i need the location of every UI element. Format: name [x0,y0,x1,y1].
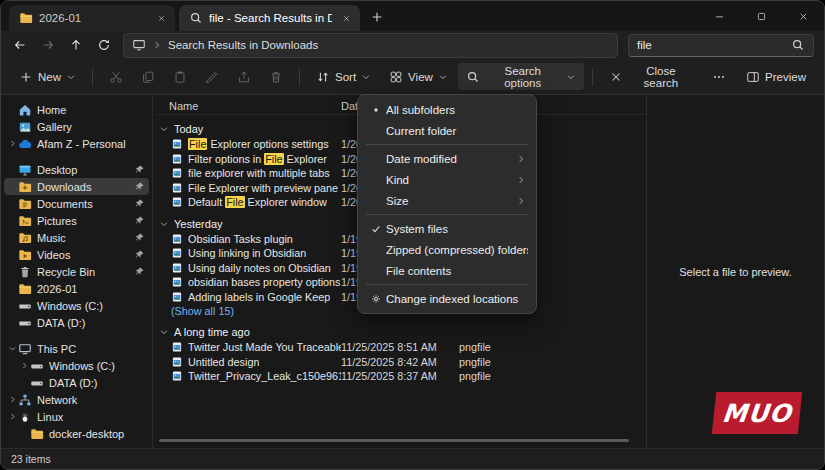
rename-button[interactable] [197,63,227,90]
chevron-right-icon[interactable] [6,138,18,150]
file-name-cell: Twitter Just Made You Traceable — Even I… [157,341,341,353]
desktop-icon [18,163,32,177]
tab-file-search-results-in-downl[interactable]: file - Search Results in Downl [179,5,360,31]
sidebar-item-this-pc[interactable]: This PC [4,340,149,357]
sidebar-item-label: Windows (C:) [49,360,147,372]
sidebar-item-windows-c[interactable]: Windows (C:) [4,357,149,374]
group-header-a-long-time-ago[interactable]: A long time ago [157,324,646,340]
sidebar-item-network[interactable]: Network [4,391,149,408]
menu-item-label: System files [386,223,528,235]
new-tab-button[interactable] [364,5,390,29]
view-button[interactable]: View [381,63,456,90]
sidebar-item-music[interactable]: Music [4,229,149,246]
menu-item-change-indexed-locations[interactable]: Change indexed locations [362,288,532,309]
chevron-right-icon[interactable] [6,411,18,423]
maximize-button[interactable] [740,1,782,31]
sort-button-label: Sort [335,71,356,83]
file-explorer-window: 2026-01file - Search Results in Downl Se… [0,0,825,470]
menu-item-label: Date modified [386,153,514,165]
menu-item-size[interactable]: Size [362,190,532,211]
tab-2026-01[interactable]: 2026-01 [9,5,175,31]
address-bar[interactable]: Search Results in Downloads [123,33,618,58]
chevron-down-icon [159,124,169,134]
paste-icon [173,70,187,84]
minimize-button[interactable] [698,1,740,31]
sort-button[interactable]: Sort [308,63,379,90]
more-options-button[interactable] [704,63,734,90]
sidebar-item-linux[interactable]: Linux [4,408,149,425]
back-button[interactable] [7,33,33,57]
chevron-spacer [6,104,18,116]
sidebar-item-label: Gallery [37,121,147,133]
sidebar-item-documents[interactable]: Documents [4,195,149,212]
chevron-right-icon[interactable] [18,360,30,372]
menu-item-system-files[interactable]: System files [362,218,532,239]
preview-pane: Select a file to preview. MUO [646,95,824,448]
menu-item-current-folder[interactable]: Current folder [362,120,532,141]
sidebar-item-label: docker-desktop [49,428,147,440]
menu-item-date-modified[interactable]: Date modified [362,148,532,169]
image-file-icon [171,153,183,165]
sidebar-item-docker-desktop[interactable]: docker-desktop [4,425,149,442]
horizontal-scrollbar[interactable] [159,439,629,442]
new-button[interactable]: New [11,63,84,90]
check-icon [366,222,386,236]
sidebar-item-label: Downloads [37,181,134,193]
chevron-down-icon[interactable] [6,343,18,355]
new-button-label: New [38,71,61,83]
pin-icon [134,249,145,260]
close-search-button[interactable]: Close search [601,63,702,90]
sidebar-item-gallery[interactable]: Gallery [4,118,149,135]
up-button[interactable] [63,33,89,57]
file-row[interactable]: Untitled design11/25/2025 8:42 AMpngfile [157,355,646,370]
sidebar-item-home[interactable]: Home [4,101,149,118]
tab-close-button[interactable] [153,10,169,26]
sidebar-item-label: Pictures [37,215,134,227]
close-button[interactable] [782,1,824,31]
image-file-icon [171,182,183,194]
share-button[interactable] [229,63,259,90]
close-icon [796,9,810,23]
file-row[interactable]: Twitter Just Made You Traceable — Even I… [157,340,646,355]
sidebar-item-downloads[interactable]: Downloads [4,178,149,195]
status-bar: 23 items [1,448,824,469]
column-header-name[interactable]: Name [157,100,341,112]
file-name-text: file explorer with multiple tabs [188,167,330,179]
refresh-button[interactable] [91,33,117,57]
file-type: pngfile [459,341,529,353]
sidebar-item-data-d[interactable]: DATA (D:) [4,314,149,331]
sidebar-item-windows-c[interactable]: Windows (C:) [4,297,149,314]
folder-icon [18,282,32,296]
file-name-cell: Untitled design [157,356,341,368]
maximize-icon [754,9,768,23]
file-name-cell: Obsidian Tasks plugin [157,233,341,245]
copy-button[interactable] [133,63,163,90]
tab-close-button[interactable] [338,10,354,26]
sidebar-item-2026-01[interactable]: 2026-01 [4,280,149,297]
menu-item-all-subfolders[interactable]: All subfolders [362,99,532,120]
sidebar-item-recycle-bin[interactable]: Recycle Bin [4,263,149,280]
menu-item-file-contents[interactable]: File contents [362,260,532,281]
file-row[interactable]: Twitter_Privacy_Leak_c150e961-be7e-430..… [157,369,646,384]
forward-button[interactable] [35,33,61,57]
search-input[interactable]: file [628,34,814,57]
rename-icon [205,70,219,84]
menu-item-zipped-compressed-folders[interactable]: Zipped (compressed) folders [362,239,532,260]
delete-button[interactable] [261,63,291,90]
sidebar-item-pictures[interactable]: Pictures [4,212,149,229]
menu-item-label: Size [386,195,514,207]
sidebar-item-afam-z-personal[interactable]: Afam Z - Personal [4,135,149,152]
file-name-cell: Using linking in Obsidian [157,247,341,259]
preview-toggle-button[interactable]: Preview [738,63,814,90]
sidebar-item-videos[interactable]: Videos [4,246,149,263]
paste-button[interactable] [165,63,195,90]
menu-item-label: Zipped (compressed) folders [386,244,528,256]
file-name: file explorer with multiple tabs [188,167,330,179]
search-options-button[interactable]: Search options [458,63,584,90]
menu-item-kind[interactable]: Kind [362,169,532,190]
folder-icon [19,11,33,25]
sidebar-item-desktop[interactable]: Desktop [4,161,149,178]
chevron-right-icon[interactable] [6,394,18,406]
sidebar-item-data-d[interactable]: DATA (D:) [4,374,149,391]
cut-button[interactable] [101,63,131,90]
